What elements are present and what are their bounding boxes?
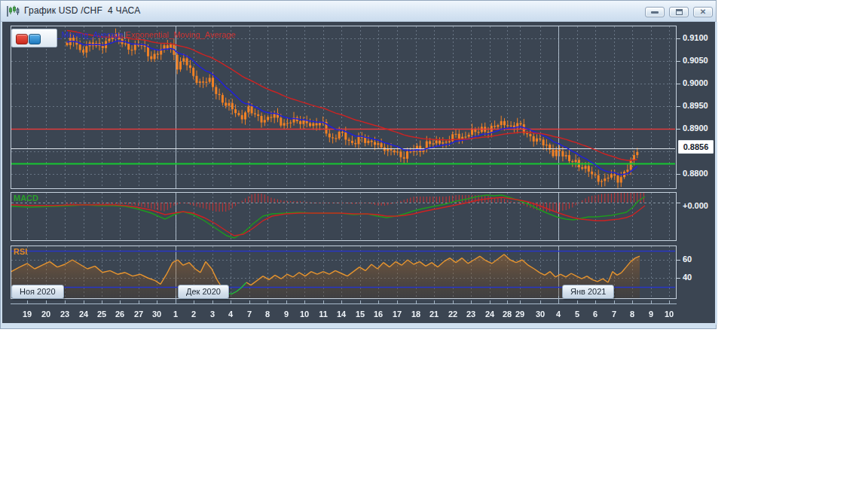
price-axis-tick <box>677 38 680 39</box>
time-axis-tick <box>490 300 491 303</box>
rsi-scale-label: 60 <box>683 255 692 264</box>
price-axis-tick <box>677 129 680 130</box>
close-button[interactable]: ✕ <box>693 7 713 17</box>
time-axis-label: 18 <box>406 310 426 319</box>
month-boundary-tick <box>558 296 559 303</box>
time-axis-label: 19 <box>17 310 37 319</box>
time-axis-label: 11 <box>313 310 333 319</box>
time-axis-tick <box>286 300 287 303</box>
time-axis-label: 9 <box>641 310 661 319</box>
time-axis-label: 26 <box>110 310 130 319</box>
macd-canvas[interactable] <box>11 193 675 240</box>
time-axis-tick <box>249 300 250 303</box>
time-axis-tick <box>397 300 398 303</box>
minimize-button[interactable] <box>645 7 665 17</box>
price-chart-canvas[interactable] <box>11 26 675 188</box>
time-axis-label: 7 <box>604 310 624 319</box>
time-axis <box>11 303 677 304</box>
month-button[interactable]: Янв 2021 <box>562 285 614 299</box>
time-axis-label: 25 <box>92 310 112 319</box>
current-price-tag: 0.8856 <box>678 140 714 154</box>
time-axis-tick <box>231 300 231 303</box>
time-axis-label: 8 <box>258 310 277 319</box>
time-axis-tick <box>614 300 615 303</box>
time-axis-tick <box>434 300 435 303</box>
time-axis-label: 10 <box>659 310 679 319</box>
price-axis-label: 0.8900 <box>683 124 708 133</box>
time-axis-tick <box>46 300 47 303</box>
month-button[interactable]: Дек 2020 <box>178 285 229 299</box>
time-axis-tick <box>520 300 521 303</box>
time-axis-label: 2 <box>184 310 203 319</box>
time-axis-tick <box>84 300 84 303</box>
scale-tick <box>677 203 680 203</box>
time-axis-tick <box>540 300 541 303</box>
rsi-label: RSI <box>14 247 27 256</box>
titlebar[interactable]: График USD /CHF 4 ЧАСА ✕ <box>1 1 716 22</box>
time-axis-label: 24 <box>74 310 93 319</box>
time-axis-tick <box>651 300 652 303</box>
scale-tick <box>677 278 680 279</box>
price-axis-label: 0.8800 <box>683 169 708 178</box>
price-axis-tick <box>677 84 680 84</box>
price-axis-tick <box>677 106 680 107</box>
time-axis-tick <box>577 300 578 303</box>
price-chart-panel[interactable]: Exponential_Moving_Average|Exponential_M… <box>11 26 677 189</box>
window-title: График USD /CHF 4 ЧАСА <box>24 1 140 21</box>
price-axis-label: 0.9100 <box>683 33 708 42</box>
time-axis-label: 1 <box>166 310 185 319</box>
scale-tick <box>677 260 680 261</box>
time-axis-label: 4 <box>549 310 568 319</box>
time-axis-tick <box>378 300 379 303</box>
time-axis-label: 16 <box>368 310 388 319</box>
time-axis-label: 8 <box>622 310 642 319</box>
window-right-border <box>715 22 717 325</box>
ema-slow-label: Exponential_Moving_Average <box>126 30 236 39</box>
time-axis-label: 3 <box>203 310 222 319</box>
window-left-border <box>1 22 2 325</box>
time-axis-tick <box>360 300 361 303</box>
time-axis-label: 9 <box>277 310 296 319</box>
time-axis-label: 23 <box>461 310 481 319</box>
time-axis-tick <box>416 300 417 303</box>
time-axis-label: 27 <box>129 310 148 319</box>
month-boundary-tick <box>176 296 176 303</box>
chart-client-area: Exponential_Moving_Average|Exponential_M… <box>1 22 717 325</box>
time-axis-label: 23 <box>55 310 75 319</box>
restore-button[interactable] <box>669 7 689 17</box>
time-axis-label: 14 <box>332 310 351 319</box>
price-axis-tick <box>677 174 680 175</box>
time-axis-tick <box>212 300 213 303</box>
time-axis-label: 22 <box>443 310 463 319</box>
candlestick-chart-icon <box>6 5 20 18</box>
time-axis-label: 5 <box>567 310 587 319</box>
time-axis-tick <box>471 300 472 303</box>
sell-quick-button[interactable] <box>16 34 28 44</box>
time-axis-tick <box>157 300 157 303</box>
chart-window: График USD /CHF 4 ЧАСА ✕ Exponential_Mov… <box>0 0 717 329</box>
price-axis-label: 0.8950 <box>683 101 708 110</box>
macd-label: MACD <box>14 194 38 203</box>
time-axis-label: 7 <box>240 310 259 319</box>
time-axis-tick <box>323 300 324 303</box>
rsi-scale-label: 40 <box>683 273 692 282</box>
price-axis-label: 0.9000 <box>683 78 708 87</box>
time-axis-tick <box>341 300 342 303</box>
price-axis-tick <box>677 61 680 62</box>
macd-panel[interactable]: MACD <box>11 192 677 241</box>
window-controls: ✕ <box>645 7 713 17</box>
month-button[interactable]: Ноя 2020 <box>11 285 64 299</box>
time-axis-label: 4 <box>221 310 240 319</box>
time-axis-tick <box>304 300 305 303</box>
minimize-icon <box>651 11 659 14</box>
time-axis-tick <box>120 300 121 303</box>
time-axis-label: 30 <box>530 310 550 319</box>
buy-quick-button[interactable] <box>29 34 41 44</box>
time-axis-label: 17 <box>387 310 407 319</box>
time-axis-tick <box>453 300 454 303</box>
time-axis-tick <box>632 300 633 303</box>
close-icon: ✕ <box>700 8 706 16</box>
time-axis-label: 21 <box>424 310 444 319</box>
time-axis-label: 30 <box>147 310 167 319</box>
time-axis-tick <box>194 300 194 303</box>
